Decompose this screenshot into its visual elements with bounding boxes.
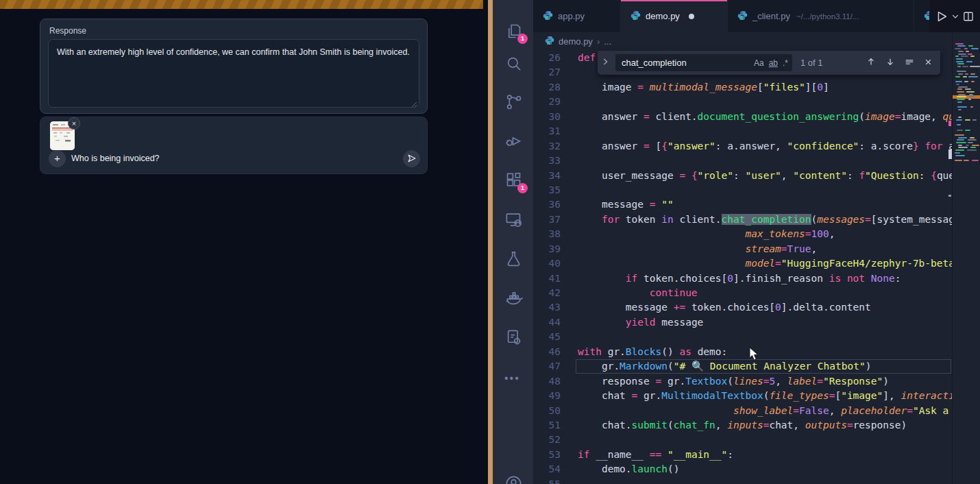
find-input[interactable]: chat_completion Aa ab .* [615, 54, 792, 71]
code-line-31[interactable]: 31 [533, 124, 953, 138]
minimap-line [968, 45, 973, 47]
breadcrumb-more[interactable]: ... [604, 36, 611, 47]
dirty-indicator[interactable] [689, 14, 694, 19]
minimap-line [958, 51, 964, 52]
tab-app.py[interactable]: app.py [533, 0, 621, 32]
chat-input-text[interactable]: Who is being invoiced? [71, 154, 160, 163]
test-beaker-icon[interactable] [504, 250, 523, 268]
code-line-35[interactable]: 35 [533, 183, 953, 197]
code-line-49[interactable]: 49 chat = gr.MultimodalTextbox(file_type… [533, 389, 953, 403]
breadcrumb[interactable]: demo.py › ... [533, 32, 953, 51]
line-number: 32 [533, 139, 561, 154]
minimap-line [968, 142, 973, 143]
search-icon[interactable] [504, 54, 523, 73]
code-line-33[interactable]: 33 [533, 154, 953, 168]
code-editor[interactable]: 26def chat_fn(multimodal_message):2728 i… [533, 51, 953, 484]
run-debug-icon[interactable] [504, 132, 523, 150]
find-results-count: 1 of 1 [800, 58, 859, 68]
resize-handle-icon[interactable] [411, 101, 417, 108]
minimap-line [968, 99, 971, 100]
minimap[interactable] [953, 32, 980, 484]
code-line-38[interactable]: 38 max_tokens=100, [533, 227, 953, 241]
code-line-43[interactable]: 43 message += token.choices[0].delta.con… [533, 300, 953, 315]
run-python-file-button[interactable] [935, 10, 948, 23]
line-number: 27 [533, 65, 561, 80]
line-number: 26 [533, 51, 561, 65]
minimap-line [956, 84, 959, 85]
code-line-53[interactable]: 53if __name__ == "__main__": [533, 448, 953, 462]
code-line-41[interactable]: 41 if token.choices[0].finish_reason is … [533, 271, 953, 286]
account-icon[interactable] [504, 474, 523, 484]
code-line-44[interactable]: 44 yield message [533, 315, 953, 330]
minimap-line [958, 147, 968, 148]
minimap-line [957, 139, 964, 141]
run-dropdown-chevron-icon[interactable] [951, 12, 959, 21]
breadcrumb-file[interactable]: demo.py [559, 36, 593, 47]
code-line-36[interactable]: 36 message = "" [533, 197, 953, 212]
minimap-line [964, 48, 968, 49]
toggle-replace-chevron-icon[interactable] [600, 57, 610, 69]
response-textarea[interactable]: With an extremely high level of confiden… [48, 39, 419, 108]
minimap-line [968, 53, 972, 55]
code-line-51[interactable]: 51 chat.submit(chat_fn, inputs=chat, out… [533, 418, 953, 433]
line-number: 36 [533, 197, 561, 212]
submit-button[interactable] [403, 150, 420, 167]
whole-word-button[interactable]: ab [769, 58, 778, 68]
code-line-46[interactable]: 46with gr.Blocks() as demo: [533, 345, 953, 359]
line-number: 41 [533, 271, 561, 286]
extensions-icon[interactable]: 1 [504, 171, 523, 190]
line-number: 49 [533, 389, 561, 403]
code-line-29[interactable]: 29 [533, 95, 953, 109]
code-line-50[interactable]: 50 show_label=False, placeholder="Ask a … [533, 404, 953, 418]
minimap-line [970, 147, 977, 148]
code-line-54[interactable]: 54 demo.launch() [533, 462, 953, 476]
code-line-48[interactable]: 48 response = gr.Textbox(lines=5, label=… [533, 374, 953, 389]
minimap-line [955, 81, 962, 82]
next-match-button[interactable] [883, 57, 897, 69]
code-line-34[interactable]: 34 user_message = {"role": "user", "cont… [533, 169, 953, 183]
tools-file-icon[interactable] [504, 328, 523, 347]
line-number: 45 [533, 330, 561, 344]
code-line-52[interactable]: 52 [533, 433, 953, 447]
line-number: 33 [533, 154, 561, 168]
files-icon[interactable]: 1 [504, 22, 523, 40]
remove-attachment-button[interactable]: × [68, 117, 80, 130]
find-in-selection-button[interactable] [903, 57, 916, 69]
previous-match-button[interactable] [864, 57, 878, 69]
code-line-32[interactable]: 32 answer = [{"answer": a.answer, "confi… [533, 139, 953, 154]
code-line-39[interactable]: 39 stream=True, [533, 242, 953, 256]
tab-_client.py[interactable]: _client.py~/.../python3.11/... [728, 0, 914, 32]
minimap-line [955, 149, 964, 151]
add-file-button[interactable]: + [49, 150, 66, 167]
code-line-47[interactable]: 47 gr.Markdown("# 🔍 Document Analyzer Ch… [533, 359, 953, 374]
python-icon [543, 10, 553, 23]
code-line-55[interactable]: 55 [533, 477, 953, 484]
close-find-button[interactable] [922, 58, 935, 69]
line-number: 38 [533, 227, 561, 241]
regex-button[interactable]: .* [783, 58, 788, 68]
line-number: 53 [533, 448, 561, 462]
code-line-28[interactable]: 28 image = multimodal_message["files"][0… [533, 80, 953, 95]
minimap-line [968, 139, 977, 141]
code-line-37[interactable]: 37 for token in client.chat_completion(m… [533, 213, 953, 227]
split-editor-button[interactable] [962, 10, 975, 23]
minimap-line [955, 134, 964, 136]
docker-icon[interactable] [504, 289, 523, 308]
find-query-text[interactable]: chat_completion [622, 58, 749, 68]
minimap-line [968, 76, 978, 77]
window-divider[interactable] [483, 0, 493, 484]
minimap-line [957, 66, 961, 67]
minimap-line [961, 56, 968, 57]
match-case-button[interactable]: Aa [754, 58, 764, 68]
code-line-40[interactable]: 40 model="HuggingFaceH4/zephyr-7b-beta", [533, 256, 953, 271]
source-control-icon[interactable] [504, 93, 523, 111]
find-widget: chat_completion Aa ab .* 1 of 1 [598, 51, 940, 75]
more-ellipsis-icon[interactable]: ••• [504, 372, 523, 391]
line-number: 40 [533, 256, 561, 271]
code-line-30[interactable]: 30 answer = client.document_question_ans… [533, 110, 953, 124]
line-number: 55 [533, 477, 561, 484]
code-line-45[interactable]: 45 [533, 330, 953, 344]
tab-demo.py[interactable]: demo.py [621, 0, 728, 32]
code-line-42[interactable]: 42 continue [533, 286, 953, 300]
remote-explorer-icon[interactable] [504, 210, 523, 229]
